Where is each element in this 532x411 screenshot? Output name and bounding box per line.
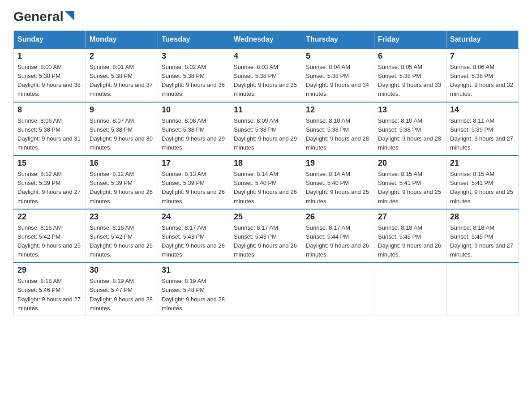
day-number: 21	[450, 158, 515, 168]
day-number: 27	[378, 212, 442, 222]
day-info: Sunrise: 8:06 AMSunset: 5:38 PMDaylight:…	[450, 63, 515, 99]
logo-triangle-icon	[64, 11, 74, 21]
day-info: Sunrise: 8:17 AMSunset: 5:43 PMDaylight:…	[162, 223, 226, 260]
day-info: Sunrise: 8:19 AMSunset: 5:47 PMDaylight:…	[90, 277, 154, 313]
calendar-cell	[374, 262, 446, 316]
day-info: Sunrise: 8:01 AMSunset: 5:38 PMDaylight:…	[90, 63, 154, 99]
day-number: 1	[17, 51, 82, 61]
day-info: Sunrise: 8:08 AMSunset: 5:38 PMDaylight:…	[162, 116, 226, 153]
calendar-table: SundayMondayTuesdayWednesdayThursdayFrid…	[13, 30, 519, 316]
header-monday: Monday	[86, 31, 158, 49]
week-row-2: 8Sunrise: 8:06 AMSunset: 5:38 PMDaylight…	[14, 102, 519, 156]
day-number: 5	[306, 51, 370, 61]
day-info: Sunrise: 8:03 AMSunset: 5:38 PMDaylight:…	[234, 63, 298, 99]
calendar-cell: 5Sunrise: 8:04 AMSunset: 5:38 PMDaylight…	[302, 48, 374, 102]
day-number: 26	[306, 212, 370, 222]
calendar-cell: 24Sunrise: 8:17 AMSunset: 5:43 PMDayligh…	[158, 209, 230, 263]
day-number: 25	[234, 212, 298, 222]
page-header: General	[13, 9, 519, 21]
header-tuesday: Tuesday	[158, 31, 230, 49]
day-info: Sunrise: 8:04 AMSunset: 5:38 PMDaylight:…	[306, 63, 370, 99]
calendar-cell: 29Sunrise: 8:18 AMSunset: 5:46 PMDayligh…	[14, 262, 86, 316]
calendar-cell: 3Sunrise: 8:02 AMSunset: 5:38 PMDaylight…	[158, 48, 230, 102]
calendar-cell	[302, 262, 374, 316]
header-wednesday: Wednesday	[230, 31, 302, 49]
day-number: 30	[90, 265, 154, 275]
calendar-cell: 22Sunrise: 8:16 AMSunset: 5:42 PMDayligh…	[14, 209, 86, 263]
calendar-cell: 19Sunrise: 8:14 AMSunset: 5:40 PMDayligh…	[302, 155, 374, 209]
header-thursday: Thursday	[302, 31, 374, 49]
calendar-cell: 27Sunrise: 8:18 AMSunset: 5:45 PMDayligh…	[374, 209, 446, 263]
day-number: 18	[234, 158, 298, 168]
calendar-cell: 12Sunrise: 8:10 AMSunset: 5:38 PMDayligh…	[302, 102, 374, 156]
calendar-cell: 4Sunrise: 8:03 AMSunset: 5:38 PMDaylight…	[230, 48, 302, 102]
day-info: Sunrise: 8:18 AMSunset: 5:45 PMDaylight:…	[378, 223, 442, 260]
calendar-cell: 2Sunrise: 8:01 AMSunset: 5:38 PMDaylight…	[86, 48, 158, 102]
day-number: 14	[450, 105, 515, 115]
day-number: 17	[162, 158, 226, 168]
calendar-cell: 10Sunrise: 8:08 AMSunset: 5:38 PMDayligh…	[158, 102, 230, 156]
day-number: 11	[234, 105, 298, 115]
calendar-cell	[446, 262, 519, 316]
day-number: 24	[162, 212, 226, 222]
week-row-4: 22Sunrise: 8:16 AMSunset: 5:42 PMDayligh…	[14, 209, 519, 263]
day-info: Sunrise: 8:05 AMSunset: 5:38 PMDaylight:…	[378, 63, 442, 99]
day-info: Sunrise: 8:17 AMSunset: 5:43 PMDaylight:…	[234, 223, 298, 260]
logo: General	[13, 9, 74, 21]
day-info: Sunrise: 8:14 AMSunset: 5:40 PMDaylight:…	[306, 170, 370, 206]
calendar-cell: 9Sunrise: 8:07 AMSunset: 5:38 PMDaylight…	[86, 102, 158, 156]
calendar-cell: 15Sunrise: 8:12 AMSunset: 5:39 PMDayligh…	[14, 155, 86, 209]
day-info: Sunrise: 8:11 AMSunset: 5:39 PMDaylight:…	[450, 116, 515, 153]
day-info: Sunrise: 8:09 AMSunset: 5:38 PMDaylight:…	[234, 116, 298, 153]
calendar-cell: 13Sunrise: 8:10 AMSunset: 5:38 PMDayligh…	[374, 102, 446, 156]
day-info: Sunrise: 8:19 AMSunset: 5:48 PMDaylight:…	[162, 277, 226, 313]
calendar-cell: 14Sunrise: 8:11 AMSunset: 5:39 PMDayligh…	[446, 102, 519, 156]
day-number: 7	[450, 51, 515, 61]
day-info: Sunrise: 8:15 AMSunset: 5:41 PMDaylight:…	[450, 170, 515, 206]
calendar-cell: 17Sunrise: 8:13 AMSunset: 5:39 PMDayligh…	[158, 155, 230, 209]
logo-general: General	[13, 9, 64, 24]
day-number: 19	[306, 158, 370, 168]
calendar-cell: 11Sunrise: 8:09 AMSunset: 5:38 PMDayligh…	[230, 102, 302, 156]
svg-marker-0	[64, 11, 74, 21]
day-number: 9	[90, 105, 154, 115]
weekday-header-row: SundayMondayTuesdayWednesdayThursdayFrid…	[14, 31, 519, 49]
day-number: 31	[162, 265, 226, 275]
day-info: Sunrise: 8:10 AMSunset: 5:38 PMDaylight:…	[378, 116, 442, 153]
day-number: 6	[378, 51, 442, 61]
calendar-cell: 28Sunrise: 8:18 AMSunset: 5:45 PMDayligh…	[446, 209, 519, 263]
calendar-cell: 7Sunrise: 8:06 AMSunset: 5:38 PMDaylight…	[446, 48, 519, 102]
calendar-cell: 31Sunrise: 8:19 AMSunset: 5:48 PMDayligh…	[158, 262, 230, 316]
header-sunday: Sunday	[14, 31, 86, 49]
week-row-1: 1Sunrise: 8:00 AMSunset: 5:38 PMDaylight…	[14, 48, 519, 102]
calendar-cell: 8Sunrise: 8:06 AMSunset: 5:38 PMDaylight…	[14, 102, 86, 156]
day-number: 12	[306, 105, 370, 115]
day-number: 3	[162, 51, 226, 61]
day-info: Sunrise: 8:10 AMSunset: 5:38 PMDaylight:…	[306, 116, 370, 153]
week-row-5: 29Sunrise: 8:18 AMSunset: 5:46 PMDayligh…	[14, 262, 519, 316]
calendar-cell: 6Sunrise: 8:05 AMSunset: 5:38 PMDaylight…	[374, 48, 446, 102]
day-info: Sunrise: 8:13 AMSunset: 5:39 PMDaylight:…	[162, 170, 226, 206]
header-friday: Friday	[374, 31, 446, 49]
day-number: 2	[90, 51, 154, 61]
day-number: 13	[378, 105, 442, 115]
calendar-cell: 30Sunrise: 8:19 AMSunset: 5:47 PMDayligh…	[86, 262, 158, 316]
calendar-cell: 23Sunrise: 8:16 AMSunset: 5:42 PMDayligh…	[86, 209, 158, 263]
day-number: 10	[162, 105, 226, 115]
day-info: Sunrise: 8:16 AMSunset: 5:42 PMDaylight:…	[17, 223, 82, 260]
day-info: Sunrise: 8:12 AMSunset: 5:39 PMDaylight:…	[90, 170, 154, 206]
day-number: 16	[90, 158, 154, 168]
calendar-cell: 18Sunrise: 8:14 AMSunset: 5:40 PMDayligh…	[230, 155, 302, 209]
day-info: Sunrise: 8:02 AMSunset: 5:38 PMDaylight:…	[162, 63, 226, 99]
day-number: 8	[17, 105, 82, 115]
day-info: Sunrise: 8:16 AMSunset: 5:42 PMDaylight:…	[90, 223, 154, 260]
header-saturday: Saturday	[446, 31, 519, 49]
day-number: 4	[234, 51, 298, 61]
day-info: Sunrise: 8:18 AMSunset: 5:45 PMDaylight:…	[450, 223, 515, 260]
day-number: 22	[17, 212, 82, 222]
day-info: Sunrise: 8:00 AMSunset: 5:38 PMDaylight:…	[17, 63, 82, 99]
week-row-3: 15Sunrise: 8:12 AMSunset: 5:39 PMDayligh…	[14, 155, 519, 209]
day-info: Sunrise: 8:06 AMSunset: 5:38 PMDaylight:…	[17, 116, 82, 153]
day-info: Sunrise: 8:14 AMSunset: 5:40 PMDaylight:…	[234, 170, 298, 206]
calendar-cell: 1Sunrise: 8:00 AMSunset: 5:38 PMDaylight…	[14, 48, 86, 102]
